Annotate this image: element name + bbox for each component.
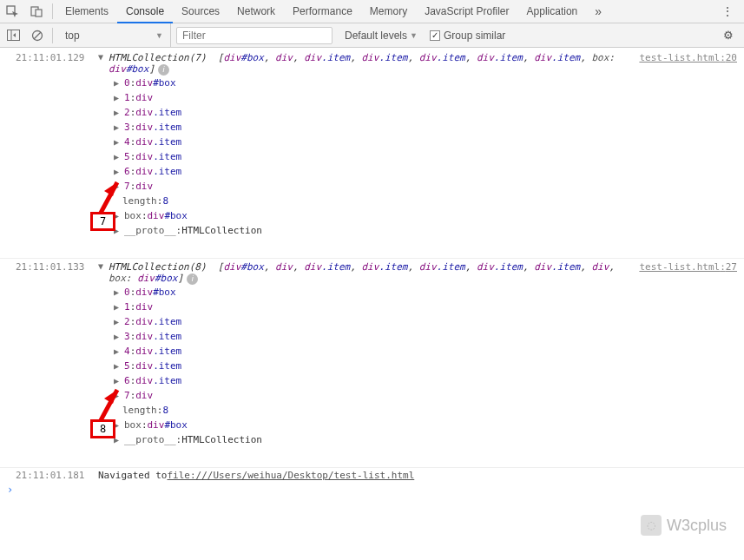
element-token[interactable]: div.item <box>135 359 181 373</box>
property-box[interactable]: box: div#box <box>114 418 639 432</box>
tab-network[interactable]: Network <box>228 0 284 23</box>
property-length[interactable]: length: 8 <box>114 403 639 418</box>
tab-memory[interactable]: Memory <box>361 0 416 23</box>
console-settings-icon[interactable]: ⚙ <box>716 29 741 42</box>
expand-toggle-icon[interactable] <box>114 329 122 344</box>
expand-toggle-icon[interactable] <box>114 120 122 135</box>
property-row[interactable]: 1: div <box>114 90 639 105</box>
context-selector[interactable]: top ▼ <box>58 23 171 48</box>
property-row[interactable]: 0: div#box <box>114 76 639 90</box>
property-length[interactable]: length: 8 <box>114 194 639 208</box>
object-summary[interactable]: HTMLCollection(8) [div#box, div, div.ite… <box>109 261 639 285</box>
expand-toggle-icon[interactable] <box>114 135 122 149</box>
element-token[interactable]: div.item <box>135 329 181 344</box>
property-row[interactable]: 6: div.item <box>114 373 639 388</box>
element-token[interactable]: div <box>135 179 153 194</box>
property-row[interactable]: 4: div.item <box>114 135 639 149</box>
expand-toggle-icon[interactable] <box>114 344 122 359</box>
element-token[interactable]: div.item <box>477 52 523 63</box>
element-token[interactable]: div <box>135 90 153 105</box>
element-token[interactable]: div <box>591 261 609 273</box>
element-token[interactable]: div.item <box>419 52 465 63</box>
source-link[interactable]: test-list.html:20 <box>639 52 737 63</box>
element-token[interactable]: div#box <box>135 285 175 300</box>
tab-console[interactable]: Console <box>117 0 173 23</box>
tabs-overflow-icon[interactable]: » <box>586 4 610 18</box>
element-token[interactable]: div <box>275 52 293 63</box>
source-link[interactable]: test-list.html:27 <box>639 261 737 273</box>
property-row[interactable]: 4: div.item <box>114 344 639 359</box>
info-icon[interactable] <box>158 64 169 76</box>
element-token[interactable]: div#box <box>148 418 188 432</box>
property-row[interactable]: 7: div <box>114 179 639 194</box>
watermark: ◌ W3cplus <box>641 515 727 534</box>
expand-toggle-icon[interactable] <box>114 285 122 300</box>
tab-sources[interactable]: Sources <box>173 0 228 23</box>
element-token[interactable]: div.item <box>135 149 181 164</box>
log-levels-selector[interactable]: Default levels ▼ <box>338 30 425 42</box>
property-proto[interactable]: __proto__: HTMLCollection <box>114 432 639 447</box>
property-row[interactable]: 6: div.item <box>114 164 639 179</box>
element-token[interactable]: div#box <box>223 261 263 273</box>
element-token[interactable]: div.item <box>135 105 181 120</box>
element-token[interactable]: div.item <box>135 314 181 329</box>
element-token[interactable]: div.item <box>304 261 350 273</box>
expand-toggle-icon[interactable] <box>98 261 107 271</box>
filter-input[interactable] <box>176 27 332 44</box>
expand-toggle-icon[interactable] <box>114 105 122 120</box>
expand-toggle-icon[interactable] <box>114 314 122 329</box>
tab-application[interactable]: Application <box>518 0 587 23</box>
element-token[interactable]: div <box>135 388 153 403</box>
console-prompt[interactable]: › <box>0 482 744 497</box>
object-summary[interactable]: HTMLCollection(7) [div#box, div, div.ite… <box>109 52 639 76</box>
navigate-url[interactable]: file:///Users/weihua/Desktop/test-list.h… <box>167 470 414 481</box>
property-row[interactable]: 7: div <box>114 388 639 403</box>
element-token[interactable]: div.item <box>135 373 181 388</box>
element-token[interactable]: div.item <box>534 261 580 273</box>
element-token[interactable]: div.item <box>361 52 407 63</box>
device-icon[interactable] <box>24 0 49 23</box>
element-token[interactable]: div.item <box>419 261 465 273</box>
element-token[interactable]: div.item <box>304 52 350 63</box>
element-token[interactable]: div.item <box>135 344 181 359</box>
property-row[interactable]: 3: div.item <box>114 120 639 135</box>
info-icon[interactable] <box>187 273 198 285</box>
tab-performance[interactable]: Performance <box>284 0 361 23</box>
property-proto[interactable]: __proto__: HTMLCollection <box>114 223 639 238</box>
element-token[interactable]: div <box>135 300 153 314</box>
clear-console-icon[interactable] <box>28 26 47 45</box>
expand-toggle-icon[interactable] <box>114 90 122 105</box>
toggle-sidebar-icon[interactable] <box>3 26 23 45</box>
property-row[interactable]: 3: div.item <box>114 329 639 344</box>
property-row[interactable]: 5: div.item <box>114 149 639 164</box>
property-row[interactable]: 0: div#box <box>114 285 639 300</box>
element-token[interactable]: div#box <box>148 208 188 223</box>
element-token[interactable]: div.item <box>361 261 407 273</box>
expand-toggle-icon[interactable] <box>114 76 122 90</box>
expand-toggle-icon[interactable] <box>114 359 122 373</box>
element-token[interactable]: div#box <box>135 76 175 90</box>
property-row[interactable]: 2: div.item <box>114 105 639 120</box>
expand-toggle-icon[interactable] <box>98 52 107 62</box>
element-token[interactable]: div <box>275 261 293 273</box>
tab-elements[interactable]: Elements <box>56 0 117 23</box>
element-token[interactable]: div#box <box>109 63 148 75</box>
element-token[interactable]: div#box <box>223 52 263 63</box>
element-token[interactable]: div.item <box>534 52 580 63</box>
chevron-down-icon: ▼ <box>155 31 163 40</box>
property-row[interactable]: 5: div.item <box>114 359 639 373</box>
element-token[interactable]: div.item <box>135 135 181 149</box>
group-similar-checkbox[interactable]: Group similar <box>430 30 505 42</box>
element-token[interactable]: div#box <box>137 273 177 284</box>
element-token[interactable]: div.item <box>135 164 181 179</box>
property-box[interactable]: box: div#box <box>114 208 639 223</box>
element-token[interactable]: div.item <box>477 261 523 273</box>
element-token[interactable]: div.item <box>135 120 181 135</box>
expand-toggle-icon[interactable] <box>114 149 122 164</box>
tab-javascript-profiler[interactable]: JavaScript Profiler <box>416 0 517 23</box>
expand-toggle-icon[interactable] <box>114 300 122 314</box>
inspect-icon[interactable] <box>0 0 24 23</box>
property-row[interactable]: 1: div <box>114 300 639 314</box>
devtools-menu-icon[interactable]: ⋮ <box>711 4 744 18</box>
property-row[interactable]: 2: div.item <box>114 314 639 329</box>
